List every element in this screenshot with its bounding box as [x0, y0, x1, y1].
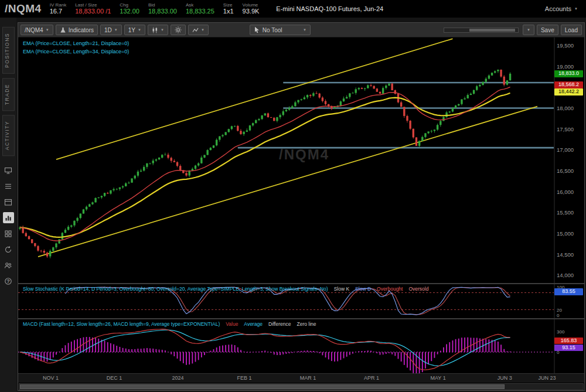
accounts-label: Accounts	[545, 5, 571, 12]
time-axis-label: FEB 1	[237, 375, 252, 381]
patterns-dropdown[interactable]: ▼	[188, 25, 209, 35]
calendar-icon[interactable]	[3, 196, 14, 207]
legend-slow-k[interactable]: Slow K	[334, 285, 349, 293]
axis-badge: 18,568.2	[554, 81, 583, 88]
quote-header: /NQM4 IV Rank 16.7 Last / Size 18,833.00…	[0, 0, 586, 18]
sidebar-tab-positions[interactable]: POSITIONS	[2, 27, 15, 74]
svg-text:0: 0	[557, 313, 560, 318]
trading-app: /NQM4 IV Rank 16.7 Last / Size 18,833.00…	[0, 0, 586, 392]
legend-difference[interactable]: Difference	[268, 321, 291, 328]
quote-field-iv-rank: IV Rank 16.7	[50, 2, 66, 15]
quote-field-ask: Ask 18,833.25	[186, 2, 214, 15]
field-label: Chg	[120, 2, 139, 8]
chart-scrollbar[interactable]	[19, 383, 584, 390]
indicators-button[interactable]: Indicators	[56, 25, 98, 35]
quote-field-volume: Volume 93.9K	[243, 2, 260, 15]
range-dropdown[interactable]: 1Y ▼	[124, 25, 145, 35]
time-axis-label: MAY 1	[431, 375, 446, 381]
stochastic-label[interactable]: Slow Stochastic (K Period=14, D Period=3…	[23, 285, 328, 293]
legend-value[interactable]: Value	[226, 321, 238, 328]
chevron-down-icon: ▼	[138, 28, 141, 32]
field-label: Bid	[148, 2, 177, 8]
tool-label: No Tool	[263, 27, 282, 33]
scrollbar-thumb[interactable]	[20, 384, 505, 389]
candlestick-icon	[152, 27, 158, 33]
pattern-icon	[192, 27, 199, 33]
axis-badge: 18,833.0	[554, 70, 583, 77]
axis-badge: 83.55	[554, 288, 583, 295]
indicators-label: Indicators	[69, 27, 94, 33]
chart-style-dropdown[interactable]: ▼	[148, 25, 168, 35]
save-button[interactable]: Save	[537, 25, 558, 35]
time-axis-label: JUN 3	[498, 375, 512, 381]
load-button[interactable]: Load	[561, 25, 582, 35]
quote-field-bid: Bid 18,833.00	[148, 2, 177, 15]
time-axis-label: JUN 23	[538, 375, 556, 381]
svg-text:/NQM4: /NQM4	[279, 146, 329, 162]
drawing-tool-dropdown[interactable]: No Tool ▼	[250, 25, 311, 35]
help-icon[interactable]: ?	[3, 275, 14, 287]
field-label: IV Rank	[50, 2, 66, 8]
price-chart-canvas[interactable]: /NQM419,50019,00018,50018,00017,50017,00…	[18, 38, 584, 283]
field-value: 132.00	[120, 8, 139, 15]
symbol-chip-label: /NQM4	[25, 27, 43, 33]
blocks-icon[interactable]	[3, 228, 14, 239]
accounts-menu[interactable]: Accounts ▼	[545, 5, 578, 12]
field-label: Last / Size	[75, 2, 111, 8]
time-axis[interactable]: NOV 1DEC 12024FEB 1MAR 1APR 1MAY 1JUN 3J…	[18, 373, 584, 383]
cursor-icon	[254, 26, 260, 33]
svg-text:300: 300	[557, 329, 565, 335]
list-icon[interactable]	[3, 180, 14, 192]
field-value: 16.7	[50, 8, 66, 15]
ema-legend: EMA (Price=CLOSE, Length=21, Displace=0)…	[23, 40, 129, 56]
more-dropdown[interactable]: ▼	[523, 25, 534, 35]
save-label: Save	[541, 27, 554, 33]
ema34-label[interactable]: EMA (Price=CLOSE, Length=34, Displace=0)	[23, 48, 129, 56]
svg-text:18,000: 18,000	[557, 105, 574, 111]
svg-text:17,000: 17,000	[557, 146, 574, 153]
chevron-down-icon: ▼	[114, 28, 118, 32]
zoom-slider-thumb[interactable]	[469, 29, 515, 32]
timeframe-dropdown[interactable]: 1D ▼	[100, 25, 122, 35]
left-sidebar: POSITIONS TRADE ACTIVITY	[0, 18, 16, 392]
legend-average[interactable]: Average	[244, 321, 263, 328]
field-value: 93.9K	[243, 8, 260, 15]
quote-field-chg: Chg 132.00	[120, 2, 139, 15]
macd-label[interactable]: MACD (Fast length=12, Slow length=26, MA…	[23, 321, 220, 328]
quote-field-last-size: Last / Size 18,833.00 /1	[75, 2, 111, 15]
symbol-chip[interactable]: /NQM4 ▼	[21, 25, 53, 35]
chevron-down-icon: ▼	[303, 28, 306, 32]
gear-icon	[175, 26, 182, 33]
svg-text:14,000: 14,000	[557, 272, 574, 278]
field-value: 18,833.25	[186, 8, 214, 15]
sidebar-tab-activity[interactable]: ACTIVITY	[2, 115, 15, 156]
monitor-icon[interactable]	[3, 165, 14, 176]
body-row: POSITIONS TRADE ACTIVITY	[0, 18, 586, 392]
legend-oversold[interactable]: Oversold	[408, 285, 428, 293]
axis-badge: 93.15	[554, 345, 583, 352]
zoom-slider[interactable]	[444, 28, 519, 33]
svg-text:16,500: 16,500	[557, 168, 574, 174]
chart-icon[interactable]	[3, 212, 14, 223]
price-pane: /NQM419,50019,00018,50018,00017,50017,00…	[18, 38, 584, 283]
field-value: 1x1	[223, 8, 234, 15]
legend-slow-d[interactable]: Slow D	[355, 285, 371, 293]
refresh-icon[interactable]	[3, 244, 14, 255]
chevron-down-icon: ▼	[161, 28, 164, 32]
users-icon[interactable]	[3, 260, 14, 271]
stochastic-pane: 10080200 Slow Stochastic (K Period=14, D…	[18, 284, 584, 318]
svg-text:15,000: 15,000	[557, 230, 574, 237]
svg-text:16,000: 16,000	[557, 189, 574, 195]
legend-zero-line[interactable]: Zero line	[297, 321, 316, 328]
chart-toolbar: /NQM4 ▼ Indicators 1D ▼ 1Y ▼ ▼	[18, 23, 584, 38]
chevron-down-icon: ▼	[574, 7, 578, 11]
stochastic-legend: Slow Stochastic (K Period=14, D Period=3…	[23, 285, 527, 293]
legend-overbought[interactable]: Overbought	[377, 285, 403, 293]
settings-button[interactable]	[171, 25, 186, 35]
ema21-label[interactable]: EMA (Price=CLOSE, Length=21, Displace=0)	[23, 40, 129, 48]
chevron-down-icon: ▼	[527, 28, 530, 32]
svg-text:19,500: 19,500	[557, 42, 574, 49]
svg-text:15,500: 15,500	[557, 209, 574, 216]
field-label: Ask	[186, 2, 214, 8]
sidebar-tab-trade[interactable]: TRADE	[2, 78, 15, 111]
